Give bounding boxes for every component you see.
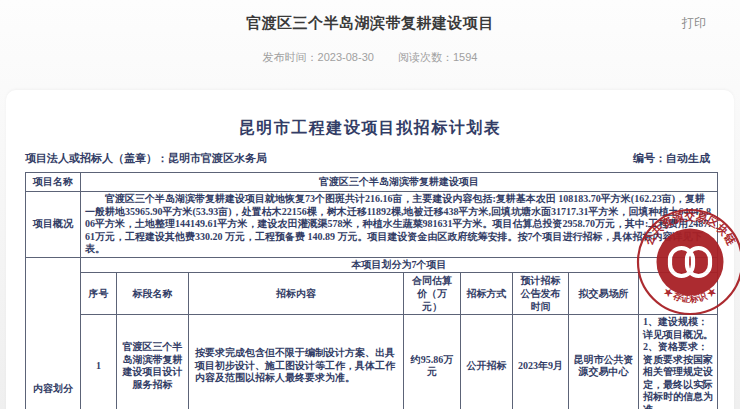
page-header: 官渡区三个半岛湖滨带复耕建设项目 打印 发布时间：2023-08-30 阅读次数…: [0, 0, 740, 90]
table-row: 项目概况 官渡区三个半岛湖滨带复耕建设项目就地恢复73个图斑共计216.16亩，…: [26, 192, 718, 258]
bid-plan-table: 项目名称 官渡区三个半岛湖滨带复耕建设项目 项目概况 官渡区三个半岛湖滨带复耕建…: [25, 172, 718, 409]
print-button[interactable]: 打印: [682, 15, 706, 32]
row-date: 2023年9月: [513, 315, 569, 409]
table-row: 内容划分 本项目划分为7个项目: [26, 257, 718, 273]
meta-row: 发布时间：2023-08-30 阅读次数：1594: [0, 50, 740, 65]
legal-person-line: 项目法人或招标人（盖章）：昆明市官渡区水务局: [25, 151, 267, 166]
header-no: 序号: [81, 273, 117, 315]
header-date: 预计招标公告发布时间: [513, 273, 569, 315]
table-row: 项目名称 官渡区三个半岛湖滨带复耕建设项目: [26, 173, 718, 192]
read-count: 阅读次数：1594: [398, 50, 477, 65]
row-method: 公开招标: [461, 315, 513, 409]
document-card: 昆明市工程建设项目拟招标计划表 项目法人或招标人（盖章）：昆明市官渡区水务局 编…: [6, 90, 734, 409]
overview-text: 官渡区三个半岛湖滨带复耕建设项目就地恢复73个图斑共计216.16亩，主要建设内…: [81, 192, 718, 258]
serial-line: 编号：自动生成: [633, 151, 710, 166]
header-price: 合同估算价（万元）: [404, 273, 461, 315]
row-section: 官渡区三个半岛湖滨带复耕建设项目设计服务招标: [117, 315, 189, 409]
header-remark: [639, 273, 718, 315]
header-method: 招标方式: [461, 273, 513, 315]
row-content: 按要求完成包含但不限于编制设计方案、出具项目初步设计、施工图设计等工作，具体工作…: [189, 315, 404, 409]
row-price: 约95.86万元: [404, 315, 461, 409]
project-name-label: 项目名称: [26, 173, 81, 192]
table-header-row: 序号 标段名称 招标内容 合同估算价（万元） 招标方式 预计招标公告发布时间 拟…: [26, 273, 718, 315]
header-content: 招标内容: [189, 273, 404, 315]
publish-time: 发布时间：2023-08-30: [263, 50, 374, 65]
division-label: 内容划分: [26, 257, 81, 409]
document-info-line: 项目法人或招标人（盖章）：昆明市官渡区水务局 编号：自动生成: [25, 151, 710, 166]
division-value: 本项目划分为7个项目: [81, 257, 718, 273]
project-name-value: 官渡区三个半岛湖滨带复耕建设项目: [81, 173, 718, 192]
page-title: 官渡区三个半岛湖滨带复耕建设项目: [0, 14, 740, 33]
row-remark: 1、建设规模：详见项目概况。2、资格要求：资质要求按国家相关管理规定设定，最终以…: [639, 315, 718, 409]
table-row: 1 官渡区三个半岛湖滨带复耕建设项目设计服务招标 按要求完成包含但不限于编制设计…: [26, 315, 718, 409]
overview-label: 项目概况: [26, 192, 81, 258]
header-section: 标段名称: [117, 273, 189, 315]
document-title: 昆明市工程建设项目拟招标计划表: [6, 118, 734, 139]
row-venue: 昆明市公共资源交易中心: [569, 315, 639, 409]
row-no: 1: [81, 315, 117, 409]
header-venue: 拟交易场所: [569, 273, 639, 315]
